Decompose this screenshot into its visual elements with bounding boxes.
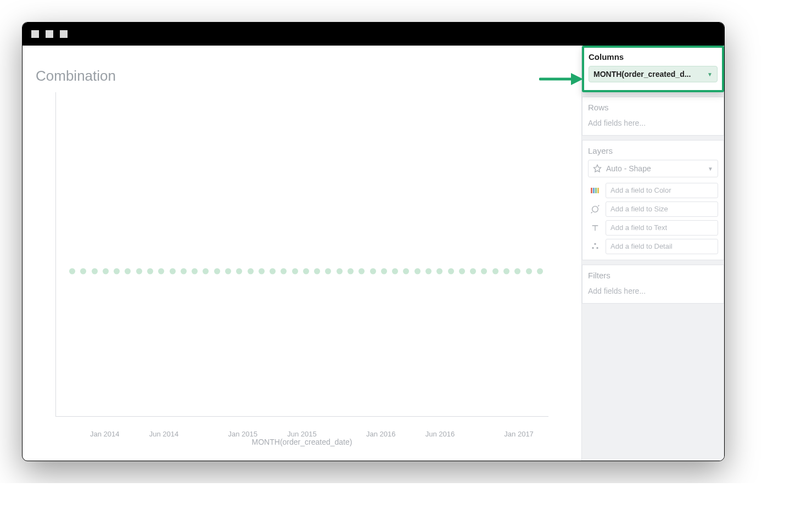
x-tick: Jun 2015 xyxy=(287,430,317,438)
detail-shelf-input[interactable]: Add a field to Detail xyxy=(606,239,718,254)
data-point[interactable] xyxy=(325,268,331,274)
text-shelf-input[interactable]: Add a field to Text xyxy=(606,220,718,236)
data-point[interactable] xyxy=(359,268,365,274)
data-point[interactable] xyxy=(114,268,120,274)
data-point[interactable] xyxy=(414,268,421,274)
chevron-down-icon: ▼ xyxy=(707,71,713,77)
svg-rect-6 xyxy=(597,188,599,193)
filters-placeholder: Add fields here... xyxy=(588,284,718,298)
data-point[interactable] xyxy=(448,268,454,274)
color-shelf-input[interactable]: Add a field to Color xyxy=(606,183,718,198)
filters-panel[interactable]: Filters Add fields here... xyxy=(582,265,724,304)
data-point[interactable] xyxy=(303,268,309,274)
svg-rect-3 xyxy=(591,188,592,193)
rows-placeholder: Add fields here... xyxy=(588,116,718,130)
columns-field-label: MONTH(order_created_d... xyxy=(593,70,691,79)
data-point[interactable] xyxy=(392,268,398,274)
data-point[interactable] xyxy=(514,268,520,274)
svg-point-10 xyxy=(596,247,598,249)
text-icon xyxy=(588,220,602,236)
data-point[interactable] xyxy=(492,268,498,274)
size-shelf-input[interactable]: Add a field to Size xyxy=(606,201,718,217)
data-point[interactable] xyxy=(403,268,409,274)
detail-icon xyxy=(588,239,602,254)
layer-type-label: Auto - Shape xyxy=(606,164,651,173)
data-point[interactable] xyxy=(436,268,442,274)
data-point[interactable] xyxy=(348,268,354,274)
svg-point-8 xyxy=(594,243,596,245)
layers-title: Layers xyxy=(588,146,718,155)
data-point[interactable] xyxy=(248,268,254,274)
data-point[interactable] xyxy=(481,268,487,274)
y-axis xyxy=(55,92,56,417)
columns-title: Columns xyxy=(589,52,718,61)
data-point[interactable] xyxy=(125,268,131,274)
data-point[interactable] xyxy=(259,268,265,274)
x-axis xyxy=(55,416,548,417)
app-window: Combination Jan 2014Jun 2014Jan 2015Jun … xyxy=(22,22,725,461)
data-point[interactable] xyxy=(270,268,276,274)
data-point[interactable] xyxy=(236,268,242,274)
detail-shelf[interactable]: Add a field to Detail xyxy=(588,239,718,254)
x-tick: Jan 2016 xyxy=(366,430,396,438)
data-point[interactable] xyxy=(192,268,198,274)
data-point[interactable] xyxy=(181,268,187,274)
x-axis-label: MONTH(order_created_date) xyxy=(39,438,565,446)
data-dots xyxy=(69,268,543,274)
data-point[interactable] xyxy=(537,268,543,274)
data-point[interactable] xyxy=(103,268,109,274)
svg-marker-2 xyxy=(593,165,601,172)
svg-point-9 xyxy=(592,247,593,249)
window-control[interactable] xyxy=(60,30,68,38)
data-point[interactable] xyxy=(337,268,343,274)
chart-area: Combination Jan 2014Jun 2014Jan 2015Jun … xyxy=(23,46,581,461)
data-point[interactable] xyxy=(214,268,220,274)
svg-point-7 xyxy=(592,206,598,212)
size-icon xyxy=(588,201,602,217)
text-shelf[interactable]: Add a field to Text xyxy=(588,220,718,236)
x-tick: Jan 2017 xyxy=(504,430,534,438)
data-point[interactable] xyxy=(292,268,298,274)
data-point[interactable] xyxy=(158,268,164,274)
size-shelf[interactable]: Add a field to Size xyxy=(588,201,718,217)
columns-panel: Columns MONTH(order_created_d... ▼ xyxy=(582,46,724,92)
svg-marker-1 xyxy=(571,73,583,85)
window-titlebar xyxy=(23,23,724,46)
chart-body: Jan 2014Jun 2014Jan 2015Jun 2015Jan 2016… xyxy=(39,92,565,450)
data-point[interactable] xyxy=(459,268,465,274)
chevron-down-icon: ▼ xyxy=(708,166,713,172)
data-point[interactable] xyxy=(425,268,432,274)
color-shelf[interactable]: Add a field to Color xyxy=(588,183,718,198)
data-point[interactable] xyxy=(470,268,476,274)
x-tick: Jan 2014 xyxy=(90,430,120,438)
data-point[interactable] xyxy=(203,268,209,274)
callout-arrow-icon xyxy=(539,71,583,87)
svg-rect-4 xyxy=(593,188,595,193)
layers-panel: Layers Auto - Shape ▼ xyxy=(582,140,724,260)
data-point[interactable] xyxy=(314,268,320,274)
filters-title: Filters xyxy=(588,271,718,280)
data-point[interactable] xyxy=(92,268,98,274)
rows-panel[interactable]: Rows Add fields here... xyxy=(582,97,724,136)
x-tick: Jun 2016 xyxy=(425,430,455,438)
data-point[interactable] xyxy=(69,268,75,274)
data-point[interactable] xyxy=(503,268,509,274)
data-point[interactable] xyxy=(281,268,287,274)
window-control[interactable] xyxy=(31,30,39,38)
x-tick: Jan 2015 xyxy=(228,430,257,438)
layer-type-select[interactable]: Auto - Shape ▼ xyxy=(588,160,718,177)
data-point[interactable] xyxy=(80,268,86,274)
star-icon xyxy=(593,164,602,173)
columns-field-pill[interactable]: MONTH(order_created_d... ▼ xyxy=(589,66,718,82)
window-control[interactable] xyxy=(46,30,53,38)
data-point[interactable] xyxy=(225,268,231,274)
data-point[interactable] xyxy=(370,268,376,274)
data-point[interactable] xyxy=(147,268,153,274)
content-area: Combination Jan 2014Jun 2014Jan 2015Jun … xyxy=(23,46,724,461)
data-point[interactable] xyxy=(381,268,387,274)
data-point[interactable] xyxy=(170,268,176,274)
data-point[interactable] xyxy=(136,268,142,274)
svg-rect-5 xyxy=(595,188,597,193)
chart-title: Combination xyxy=(36,68,565,85)
data-point[interactable] xyxy=(526,268,532,274)
